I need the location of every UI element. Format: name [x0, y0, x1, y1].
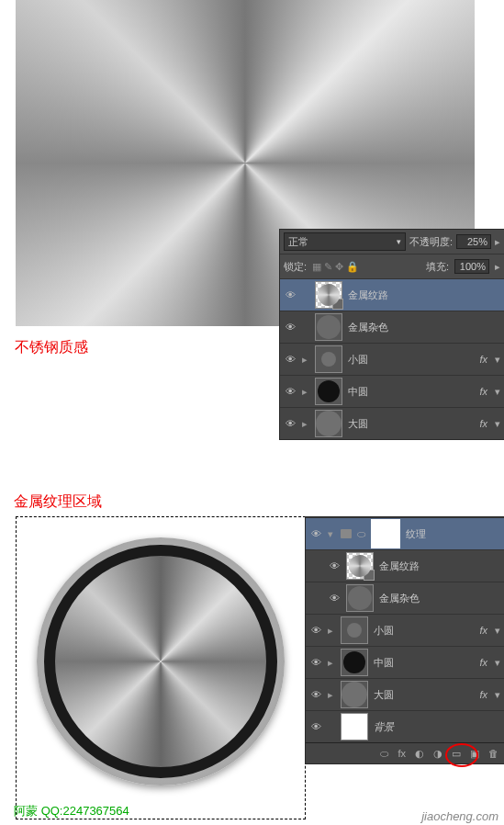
- layer-row[interactable]: 👁 背景: [306, 710, 504, 742]
- expand-icon[interactable]: ▸: [328, 657, 335, 669]
- layer-name[interactable]: 小圆: [374, 624, 474, 638]
- layer-thumbnail[interactable]: [315, 378, 342, 405]
- expand-icon[interactable]: ▸: [328, 689, 335, 701]
- opacity-input[interactable]: 25%: [456, 234, 491, 249]
- blend-mode-select[interactable]: 正常 ▾: [284, 232, 406, 251]
- expand-icon[interactable]: ▸: [302, 386, 309, 398]
- chevron-down-icon[interactable]: ▾: [495, 386, 500, 398]
- new-group-icon[interactable]: ▭: [452, 748, 461, 760]
- layer-row[interactable]: 👁 ▸ 小圆 fx ▾: [306, 614, 504, 646]
- adjustment-icon[interactable]: ◑: [433, 748, 442, 760]
- layers-list-1: 👁 金属纹路 👁 金属杂色 👁 ▸ 小圆 fx ▾ 👁 ▸ 中圆 fx ▾: [280, 278, 504, 439]
- blend-toolbar: 正常 ▾ 不透明度: 25% ▸: [280, 230, 504, 254]
- layer-name[interactable]: 小圆: [348, 353, 474, 367]
- visibility-icon[interactable]: 👁: [284, 354, 297, 365]
- layer-row[interactable]: 👁 ▸ 小圆 fx ▾: [280, 343, 504, 375]
- folder-icon: [341, 529, 352, 538]
- fx-menu-icon[interactable]: fx: [398, 748, 406, 759]
- layer-name[interactable]: 金属纹路: [379, 559, 500, 573]
- visibility-icon[interactable]: 👁: [309, 657, 322, 668]
- delete-icon[interactable]: 🗑: [488, 748, 498, 759]
- visibility-icon[interactable]: 👁: [284, 322, 297, 333]
- fx-badge[interactable]: fx: [479, 657, 487, 668]
- layer-row[interactable]: 👁 ▸ 大圆 fx ▾: [280, 407, 504, 439]
- fill-input[interactable]: 100%: [454, 259, 489, 274]
- layers-panel-1: 正常 ▾ 不透明度: 25% ▸ 锁定: ▦ ✎ ✥ 🔒 填充: 100% ▸ …: [280, 230, 504, 439]
- layer-thumbnail[interactable]: [346, 552, 374, 580]
- chevron-down-icon[interactable]: ▾: [495, 418, 500, 430]
- visibility-icon[interactable]: 👁: [309, 625, 322, 636]
- fx-badge[interactable]: fx: [479, 354, 487, 365]
- expand-icon[interactable]: ▸: [302, 354, 309, 366]
- fx-badge[interactable]: fx: [479, 418, 487, 429]
- chevron-down-icon[interactable]: ▾: [495, 625, 500, 637]
- caption-steel: 不锈钢质感: [15, 338, 88, 357]
- layer-name[interactable]: 中圆: [374, 656, 474, 670]
- visibility-icon[interactable]: 👁: [328, 560, 341, 571]
- fill-slider-icon[interactable]: ▸: [495, 261, 500, 273]
- visibility-icon[interactable]: 👁: [284, 418, 297, 429]
- link-layers-icon[interactable]: ⬭: [380, 748, 388, 760]
- layer-thumbnail[interactable]: [341, 616, 368, 644]
- layer-thumbnail[interactable]: [315, 281, 342, 309]
- blend-mode-value: 正常: [288, 235, 308, 249]
- fx-badge[interactable]: fx: [479, 689, 487, 700]
- layer-thumbnail[interactable]: [315, 313, 342, 341]
- visibility-icon[interactable]: 👁: [284, 289, 297, 300]
- mask-icon[interactable]: ◐: [415, 748, 424, 760]
- metal-dial-preview: [37, 537, 285, 785]
- layer-row[interactable]: 👁 ▸ 中圆 fx ▾: [280, 375, 504, 407]
- author-credit: 阿蒙 QQ:2247367564: [14, 803, 129, 819]
- fill-label: 填充:: [426, 260, 449, 274]
- panel-statusbar: ⬭ fx ◐ ◑ ▭ ▣ 🗑: [306, 742, 504, 763]
- layer-name[interactable]: 中圆: [348, 385, 474, 399]
- layer-row[interactable]: 👁 ▸ 中圆 fx ▾: [306, 646, 504, 678]
- link-icon: ⬭: [357, 528, 365, 540]
- lock-toolbar: 锁定: ▦ ✎ ✥ 🔒 填充: 100% ▸: [280, 254, 504, 278]
- expand-icon[interactable]: ▸: [302, 418, 309, 430]
- lock-icons[interactable]: ▦ ✎ ✥ 🔒: [312, 261, 359, 273]
- layer-thumbnail[interactable]: [341, 649, 368, 676]
- caption-region: 金属纹理区域: [14, 492, 102, 512]
- layer-name[interactable]: 金属纹路: [348, 288, 500, 302]
- visibility-icon[interactable]: 👁: [328, 593, 341, 604]
- new-layer-icon[interactable]: ▣: [470, 748, 479, 760]
- layer-name[interactable]: 大圆: [348, 417, 474, 431]
- fx-badge[interactable]: fx: [479, 386, 487, 397]
- opacity-label: 不透明度:: [409, 235, 453, 249]
- mask-thumbnail[interactable]: [371, 519, 400, 548]
- layer-thumbnail[interactable]: [341, 681, 368, 708]
- layer-thumbnail[interactable]: [315, 410, 342, 437]
- layer-row[interactable]: 👁 金属杂色: [280, 311, 504, 343]
- layers-panel-2: 👁 ▾ ⬭ 纹理 👁 金属纹路 👁 金属杂色 👁 ▸ 小圆 fx ▾ 👁: [306, 517, 504, 763]
- layer-name[interactable]: 大圆: [374, 688, 474, 702]
- chevron-down-icon[interactable]: ▾: [495, 354, 500, 366]
- expand-icon[interactable]: ▾: [328, 528, 335, 540]
- layer-thumbnail[interactable]: [346, 584, 374, 612]
- visibility-icon[interactable]: 👁: [284, 386, 297, 397]
- layer-row[interactable]: 👁 金属杂色: [306, 582, 504, 614]
- lock-label: 锁定:: [284, 260, 307, 274]
- layer-thumbnail[interactable]: [341, 713, 368, 740]
- layer-name[interactable]: 金属杂色: [379, 592, 500, 605]
- layer-row[interactable]: 👁 金属纹路: [280, 278, 504, 311]
- fx-badge[interactable]: fx: [479, 625, 487, 636]
- expand-icon[interactable]: ▸: [328, 625, 335, 637]
- chevron-down-icon[interactable]: ▾: [495, 657, 500, 669]
- opacity-slider-icon[interactable]: ▸: [495, 236, 500, 248]
- layer-name[interactable]: 金属杂色: [348, 321, 500, 334]
- layer-row[interactable]: 👁 金属纹路: [306, 549, 504, 582]
- visibility-icon[interactable]: 👁: [309, 528, 322, 539]
- watermark: jiaocheng.com: [421, 809, 498, 823]
- visibility-icon[interactable]: 👁: [309, 689, 322, 700]
- layer-group-row[interactable]: 👁 ▾ ⬭ 纹理: [306, 517, 504, 549]
- visibility-icon[interactable]: 👁: [309, 721, 322, 732]
- chevron-down-icon: ▾: [397, 237, 401, 246]
- layers-list-2: 👁 ▾ ⬭ 纹理 👁 金属纹路 👁 金属杂色 👁 ▸ 小圆 fx ▾ 👁: [306, 517, 504, 742]
- group-name[interactable]: 纹理: [406, 527, 500, 541]
- layer-name[interactable]: 背景: [374, 720, 500, 734]
- layer-thumbnail[interactable]: [315, 345, 342, 373]
- layer-row[interactable]: 👁 ▸ 大圆 fx ▾: [306, 678, 504, 710]
- chevron-down-icon[interactable]: ▾: [495, 689, 500, 701]
